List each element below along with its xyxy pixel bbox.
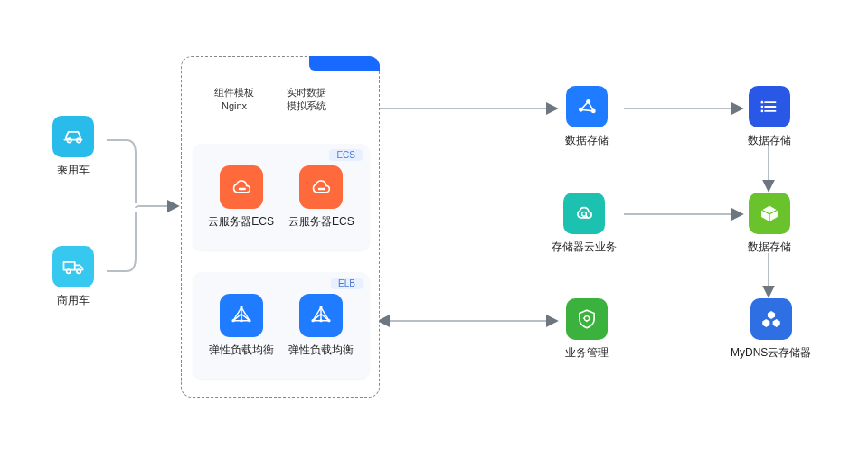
elb-tag: ELB bbox=[331, 278, 363, 289]
node-data-share: 数据存储 bbox=[565, 86, 609, 148]
svg-point-14 bbox=[319, 319, 322, 322]
truck-icon bbox=[52, 246, 94, 287]
ecs-icon-1 bbox=[220, 165, 263, 209]
cube-icon bbox=[749, 193, 790, 234]
node-cloud-search: 存储器云业务 bbox=[552, 193, 617, 255]
svg-point-22 bbox=[584, 316, 589, 321]
car-icon bbox=[52, 116, 94, 157]
node-shield: 业务管理 bbox=[565, 298, 609, 361]
svg-rect-2 bbox=[64, 262, 75, 270]
cloud-top-col2-line1: 实时数据 bbox=[287, 86, 326, 99]
car-label: 乘用车 bbox=[52, 163, 94, 178]
elb-label-1: 弹性负载均衡 bbox=[209, 343, 274, 358]
svg-point-8 bbox=[231, 319, 234, 322]
node-data-list: 数据存储 bbox=[748, 86, 791, 148]
cloud-top-text: 组件模板 Nginx 实时数据 模拟系统 bbox=[214, 86, 326, 114]
cloud-top-col1-line1: 组件模板 bbox=[214, 86, 254, 99]
svg-point-11 bbox=[319, 306, 322, 308]
cloud-top-col1-line2: Nginx bbox=[214, 99, 254, 113]
cloud-search-label: 存储器云业务 bbox=[552, 240, 617, 255]
svg-point-12 bbox=[311, 319, 314, 322]
list-icon bbox=[749, 86, 790, 127]
share-icon bbox=[566, 86, 608, 127]
data-list-label: 数据存储 bbox=[748, 133, 791, 148]
svg-point-18 bbox=[761, 101, 764, 104]
truck-label: 商用车 bbox=[52, 293, 94, 308]
ecs-label-2: 云服务器ECS bbox=[288, 214, 354, 230]
ecs-box: ECS 云服务器ECS 云服务器ECS bbox=[193, 144, 370, 250]
elb-label-2: 弹性负载均衡 bbox=[288, 343, 354, 358]
svg-point-10 bbox=[240, 319, 242, 322]
svg-point-4 bbox=[77, 269, 80, 273]
hex-cluster-icon bbox=[750, 298, 792, 340]
data-share-label: 数据存储 bbox=[565, 133, 609, 148]
svg-rect-6 bbox=[318, 188, 326, 190]
svg-rect-5 bbox=[238, 188, 245, 190]
node-hex: MyDNS云存储器 bbox=[731, 298, 811, 361]
cloud-search-icon bbox=[563, 193, 605, 234]
cloud-container: 组件模板 Nginx 实时数据 模拟系统 ECS 云服务器ECS 云服务器ECS bbox=[181, 56, 380, 398]
elb-icon-1 bbox=[220, 294, 263, 337]
node-car: 乘用车 bbox=[52, 116, 94, 178]
svg-point-3 bbox=[67, 269, 71, 273]
ecs-tag: ECS bbox=[329, 149, 363, 161]
node-truck: 商用车 bbox=[52, 246, 94, 308]
svg-point-7 bbox=[240, 306, 242, 308]
svg-point-19 bbox=[761, 106, 764, 108]
svg-point-9 bbox=[248, 319, 250, 322]
node-cube: 数据存储 bbox=[748, 193, 791, 255]
ecs-label-1: 云服务器ECS bbox=[208, 214, 274, 230]
elb-icon-2 bbox=[299, 294, 343, 337]
svg-point-13 bbox=[327, 319, 330, 322]
shield-label: 业务管理 bbox=[565, 345, 609, 361]
cube-label: 数据存储 bbox=[748, 240, 791, 255]
hex-label: MyDNS云存储器 bbox=[731, 345, 811, 361]
elb-box: ELB 弹性负载均衡 弹性负载均衡 bbox=[193, 272, 370, 379]
svg-point-20 bbox=[761, 110, 764, 113]
ecs-icon-2 bbox=[299, 165, 343, 209]
cloud-top-col2-line2: 模拟系统 bbox=[287, 99, 326, 113]
cloud-tab bbox=[309, 56, 380, 71]
shield-gear-icon bbox=[566, 298, 608, 340]
connectors bbox=[0, 0, 868, 452]
